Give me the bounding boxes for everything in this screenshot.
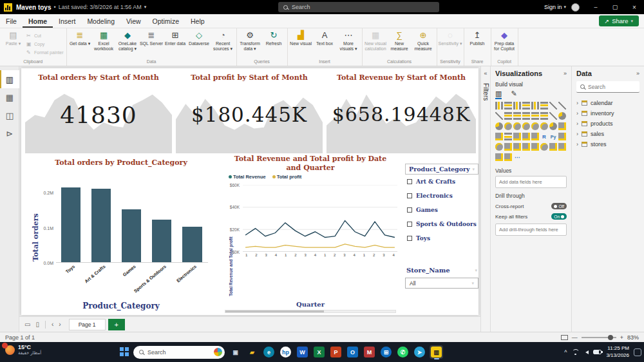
share-button[interactable]: ↗ Share ▾ <box>599 15 639 26</box>
clustered-column-chart-icon[interactable] <box>522 102 530 110</box>
minimize-button[interactable]: – <box>586 0 605 14</box>
taskbar-app-powerpoint[interactable]: P <box>329 345 343 359</box>
checkbox-icon[interactable] <box>407 236 412 241</box>
global-search-box[interactable]: Search <box>278 2 439 12</box>
table-inventory[interactable]: ›inventory <box>576 108 639 119</box>
100-stacked-column-chart-icon[interactable] <box>540 102 548 110</box>
multi-row-card-icon[interactable] <box>495 133 503 140</box>
ribbon-enter-data-button[interactable]: ⊞Enter data <box>164 28 187 46</box>
ribbon-excel-workbook-button[interactable]: ▦Excel workbook <box>92 28 116 52</box>
zoom-in-button[interactable]: + <box>620 334 623 341</box>
page-tab[interactable]: Page 1 <box>69 319 106 330</box>
matrix-icon[interactable] <box>531 133 539 140</box>
table-sales[interactable]: ›sales <box>576 129 639 139</box>
ribbon-new-visual-button[interactable]: ▟New visual <box>289 28 313 46</box>
filled-map-icon[interactable] <box>522 122 530 130</box>
bar-toys[interactable] <box>61 187 80 262</box>
model-view-button[interactable]: ◫ <box>0 106 19 124</box>
autosave-chevron-icon[interactable]: ▾ <box>144 5 147 10</box>
slicer-header[interactable]: Store_Name ▾ <box>405 265 478 278</box>
legend-total-profit[interactable]: Total profit <box>272 174 302 180</box>
taskbar-app-power-bi[interactable]: ▥ <box>430 345 443 359</box>
more-visuals-icon[interactable]: ⋯ <box>513 153 521 161</box>
drill-through-field-well[interactable]: Add drill-through fields here <box>495 224 567 236</box>
table-view-button[interactable]: ▦ <box>0 88 19 106</box>
python-visual-icon[interactable]: Py <box>549 133 557 140</box>
bar-chart-visual[interactable]: Total orders by Product_Category Total o… <box>25 156 217 313</box>
wifi-icon[interactable] <box>571 349 579 355</box>
ribbon-new-visual-calculation-button[interactable]: ▦New visual calculation <box>364 28 388 52</box>
kpi-icon[interactable] <box>504 133 512 140</box>
taskbar-app-edge[interactable]: e <box>262 345 276 359</box>
line-chart-visual[interactable]: Total Revenue and Total profit by Date a… <box>220 153 401 314</box>
maximize-button[interactable]: ▢ <box>605 0 625 14</box>
legend-total-revenue[interactable]: Total Revenue <box>229 174 266 180</box>
table-products[interactable]: ›products <box>576 119 639 129</box>
bar-art-crafts[interactable] <box>91 189 111 262</box>
slicer-option-art-crafts[interactable]: Art & Crafts <box>405 175 478 189</box>
ribbon-onelake-catalog-button[interactable]: ◆OneLake catalog ▾ <box>116 28 140 52</box>
line-and-clustered-column-chart-icon[interactable] <box>513 112 521 120</box>
ribbon-sql-server-button[interactable]: ≣SQL Server <box>140 28 164 46</box>
bar-electronics[interactable] <box>182 227 202 262</box>
taskbar-app-word[interactable]: W <box>296 345 309 359</box>
volume-icon[interactable] <box>583 350 589 354</box>
ribbon-dataverse-button[interactable]: ◇Dataverse <box>187 28 211 46</box>
ribbon-format-painter-button[interactable]: ✎Format painter <box>26 48 64 56</box>
decomposition-tree-icon[interactable] <box>495 143 503 151</box>
fit-to-page-icon[interactable] <box>561 335 568 340</box>
clustered-bar-chart-icon[interactable] <box>513 102 521 110</box>
narrative-icon[interactable] <box>513 143 521 151</box>
ribbon-tab-insert[interactable]: Insert <box>53 14 81 28</box>
clock[interactable]: 11:25 PM 3/13/2026 <box>606 345 629 359</box>
store-dropdown[interactable]: All ▾ <box>405 278 478 289</box>
ribbon-publish-button[interactable]: ↥Publish <box>466 28 489 46</box>
slicer-option-games[interactable]: Games <box>405 203 478 217</box>
paginated-report-icon[interactable] <box>531 143 539 151</box>
tray-overflow-chevron-icon[interactable]: ^ <box>564 349 567 356</box>
donut-chart-icon[interactable] <box>495 122 503 130</box>
button-slicer-icon[interactable] <box>504 153 512 161</box>
card-total-profit[interactable]: Total profit by Start of Month $180.445K <box>176 71 323 153</box>
taskbar-app-outlook[interactable]: O <box>346 345 359 359</box>
card-total-orders[interactable]: Total orders by Start of Month 41830 <box>25 71 172 153</box>
taskbar-app-file-explorer[interactable]: ▰ <box>245 345 259 359</box>
ribbon-tab-modeling[interactable]: Modeling <box>81 14 120 28</box>
horizontal-scrollbar[interactable] <box>225 310 396 313</box>
desktop-layout-icon[interactable]: ▭ <box>23 321 32 328</box>
area-chart-icon[interactable] <box>558 102 566 110</box>
bar-sports-outdoors[interactable] <box>152 220 171 262</box>
text-slicer-icon[interactable] <box>495 153 503 161</box>
taskbar-app-telegram[interactable]: ➤ <box>413 345 426 359</box>
qa-visual-icon[interactable] <box>504 143 512 151</box>
line-chart-icon[interactable] <box>549 102 557 110</box>
close-button[interactable]: × <box>625 0 644 14</box>
values-field-well[interactable]: Add data fields here <box>495 176 567 188</box>
slicer-icon[interactable] <box>513 133 521 140</box>
previous-page-icon[interactable]: ‹ <box>50 321 55 328</box>
checkbox-icon[interactable] <box>407 207 412 213</box>
ribbon-tab-file[interactable]: File <box>0 14 23 28</box>
treemap-icon[interactable] <box>504 122 512 130</box>
metrics-icon[interactable] <box>522 143 530 151</box>
scrollbar-thumb[interactable] <box>225 310 324 312</box>
ribbon-tab-optimize[interactable]: Optimize <box>147 14 185 28</box>
ribbon-transform-data-button[interactable]: ⚙Transform data ▾ <box>238 28 262 52</box>
next-page-icon[interactable]: › <box>57 321 62 328</box>
scatter-chart-icon[interactable] <box>549 112 557 120</box>
zoom-out-button[interactable]: — <box>572 334 578 341</box>
ribbon-more-visuals-button[interactable]: ⋯More visuals ▾ <box>337 28 361 52</box>
stacked-column-chart-icon[interactable] <box>504 102 512 110</box>
category-slicer[interactable]: Product_Category ▾ Art & CraftsElectroni… <box>405 164 478 245</box>
taskbar-app-excel[interactable]: X <box>312 345 326 359</box>
cross-report-toggle[interactable]: Off <box>551 203 567 209</box>
taskbar-app-mail[interactable]: M <box>363 345 376 359</box>
taskbar-search[interactable]: Search <box>133 346 225 359</box>
slicer-option-toys[interactable]: Toys <box>405 231 478 245</box>
taskbar-app-whatsapp[interactable]: ✆ <box>396 345 410 359</box>
card-total-revenue[interactable]: Total Revenue by Start of Month $658.194… <box>327 71 476 153</box>
gauge-icon[interactable] <box>549 122 557 130</box>
ribbon-tab-help[interactable]: Help <box>185 14 211 28</box>
slicer-option-electronics[interactable]: Electronics <box>405 189 478 203</box>
bar-games[interactable] <box>122 209 141 262</box>
